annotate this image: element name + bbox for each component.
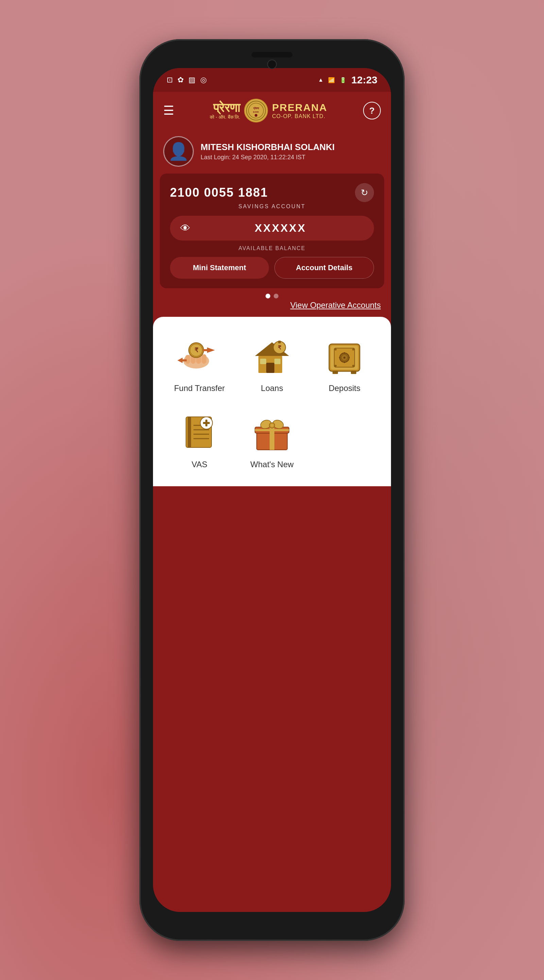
vas-label: VAS <box>192 460 208 469</box>
phone-speaker <box>252 52 292 57</box>
svg-text:₹: ₹ <box>194 347 198 353</box>
svg-rect-49 <box>203 422 210 424</box>
balance-hidden: XXXXXX <box>197 222 364 234</box>
hamburger-menu[interactable]: ☰ <box>163 103 174 118</box>
svg-rect-19 <box>266 363 274 373</box>
help-button[interactable]: ? <box>363 102 381 119</box>
status-left-icons: ⊡ ✿ ▨ ◎ <box>167 76 207 84</box>
brand-english-area: PRERANA CO-OP. BANK LTD. <box>272 102 327 119</box>
wifi-icon: ▲ <box>318 77 324 83</box>
svg-text:BANK: BANK <box>253 111 259 113</box>
dot-2 <box>274 294 278 298</box>
account-details-button[interactable]: Account Details <box>274 257 374 279</box>
svg-rect-14 <box>203 349 211 351</box>
available-balance-label: AVAILABLE BALANCE <box>170 245 374 251</box>
svg-point-4 <box>255 114 257 117</box>
brand-hindi-text: प्रेरणा <box>213 101 240 115</box>
loans-item[interactable]: ₹ Loans <box>239 334 305 393</box>
vas-icon <box>178 410 222 454</box>
refresh-button[interactable]: ↻ <box>355 183 374 202</box>
svg-rect-21 <box>274 359 281 364</box>
account-number-row: 2100 0055 1881 ↻ <box>170 183 374 202</box>
svg-rect-20 <box>260 359 266 364</box>
user-name: MITESH KISHORBHAI SOLANKI <box>201 142 335 153</box>
services-top-row: ₹ Fund Transfer <box>167 334 377 393</box>
services-bottom-row: VAS <box>167 410 377 469</box>
brand-english-sub: CO-OP. BANK LTD. <box>272 113 325 119</box>
phone-screen: ⊡ ✿ ▨ ◎ ▲ 📶 🔋 12:23 ☰ प्रेरणा को - ऑप. ब… <box>153 68 391 912</box>
deposits-icon <box>322 334 366 378</box>
status-time: 12:23 <box>351 74 377 86</box>
mini-statement-button[interactable]: Mini Statement <box>170 257 269 279</box>
phone-frame: ⊡ ✿ ▨ ◎ ▲ 📶 🔋 12:23 ☰ प्रेरणा को - ऑप. ब… <box>140 39 404 941</box>
user-info: MITESH KISHORBHAI SOLANKI Last Login: 24… <box>201 142 335 161</box>
svg-point-0 <box>246 101 266 120</box>
image-icon: ▨ <box>188 76 195 84</box>
view-operative-accounts[interactable]: View Operative Accounts <box>153 301 391 310</box>
view-operative-link[interactable]: View Operative Accounts <box>290 301 381 310</box>
circle-icon: ◎ <box>200 76 207 84</box>
svg-point-37 <box>335 365 336 367</box>
svg-text:₹: ₹ <box>278 345 282 350</box>
svg-rect-16 <box>179 360 187 361</box>
nfc-icon: ✿ <box>178 76 184 84</box>
svg-rect-42 <box>188 417 191 447</box>
fund-transfer-label: Fund Transfer <box>174 383 225 393</box>
navbar: ☰ प्रेरणा को - ऑप. बैंक लि. प्रेरणा BANK <box>153 92 391 129</box>
eye-icon[interactable]: 👁 <box>180 223 190 234</box>
svg-rect-24 <box>278 340 281 343</box>
deposits-label: Deposits <box>329 383 360 393</box>
svg-point-30 <box>343 356 346 359</box>
battery-icon: 🔋 <box>339 77 346 83</box>
avatar: 👤 <box>163 136 194 167</box>
deposits-item[interactable]: Deposits <box>312 334 377 393</box>
status-bar: ⊡ ✿ ▨ ◎ ▲ 📶 🔋 12:23 <box>153 68 391 92</box>
svg-text:प्रेरणा: प्रेरणा <box>253 107 259 110</box>
account-type: SAVINGS ACCOUNT <box>170 204 374 210</box>
svg-rect-40 <box>351 371 356 374</box>
svg-rect-39 <box>333 371 338 374</box>
carousel-dots <box>153 294 391 298</box>
brand-hindi-sub: को - ऑप. बैंक लि. <box>210 115 240 120</box>
account-number: 2100 0055 1881 <box>170 185 268 200</box>
avatar-icon: 👤 <box>168 142 189 161</box>
last-login: Last Login: 24 Sep 2020, 11:22:24 IST <box>201 154 335 161</box>
svg-rect-9 <box>201 354 206 364</box>
loans-label: Loans <box>261 383 283 393</box>
vas-item[interactable]: VAS <box>167 410 232 469</box>
loans-icon: ₹ <box>250 334 294 378</box>
whats-new-icon <box>250 410 294 454</box>
status-right-icons: ▲ 📶 🔋 12:23 <box>318 74 377 86</box>
brand-emblem: प्रेरणा BANK <box>244 99 268 123</box>
svg-point-36 <box>352 348 354 350</box>
signal-icon: 📶 <box>328 77 335 83</box>
brand-logo-area: प्रेरणा को - ऑप. बैंक लि. प्रेरणा BANK P… <box>210 99 327 123</box>
account-card: 2100 0055 1881 ↻ SAVINGS ACCOUNT 👁 XXXXX… <box>160 173 384 288</box>
svg-point-35 <box>335 348 336 350</box>
user-section: 👤 MITESH KISHORBHAI SOLANKI Last Login: … <box>153 129 391 170</box>
balance-row: 👁 XXXXXX <box>170 216 374 240</box>
whats-new-label: What's New <box>250 460 293 469</box>
card-buttons: Mini Statement Account Details <box>170 257 374 279</box>
svg-point-38 <box>352 365 354 367</box>
services-card: ₹ Fund Transfer <box>153 317 391 486</box>
brand-english-main: PRERANA <box>272 102 327 113</box>
svg-rect-53 <box>255 429 289 431</box>
fund-transfer-item[interactable]: ₹ Fund Transfer <box>167 334 232 393</box>
svg-point-57 <box>271 424 273 427</box>
fund-transfer-icon: ₹ <box>178 334 222 378</box>
empty-slot <box>312 410 377 469</box>
dot-1 <box>266 294 270 298</box>
whats-new-item[interactable]: What's New <box>239 410 305 469</box>
screenshot-icon: ⊡ <box>167 76 173 84</box>
phone-camera <box>267 60 277 69</box>
